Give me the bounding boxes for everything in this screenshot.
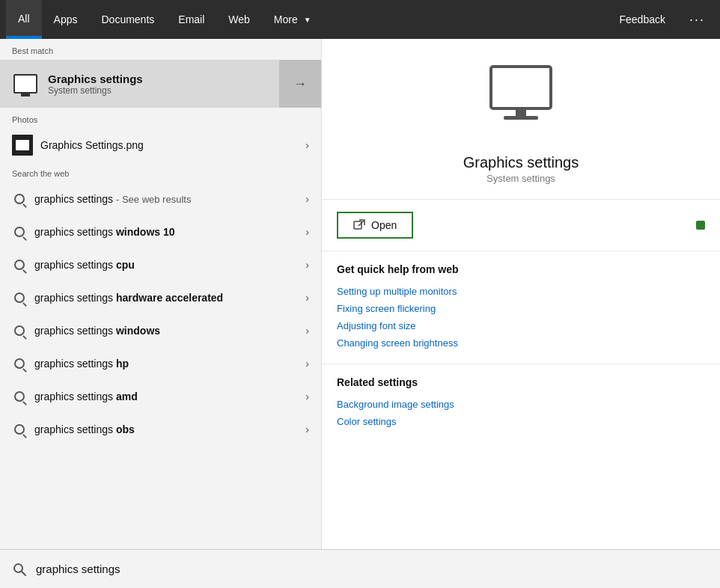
related-link-0[interactable]: Background image settings	[337, 396, 705, 413]
web-item-label-0: graphics settings - See web results	[27, 193, 305, 205]
web-item-0[interactable]: graphics settings - See web results ›	[0, 183, 321, 215]
web-item-2[interactable]: graphics settings cpu ›	[0, 248, 321, 281]
search-icon-3	[12, 290, 27, 305]
tab-all[interactable]: All	[6, 0, 42, 39]
photos-label: Photos	[0, 108, 321, 129]
search-icon-4	[12, 323, 27, 338]
photos-item[interactable]: Graphics Settings.png ›	[0, 129, 321, 162]
best-match-item[interactable]: Graphics settings System settings →	[0, 60, 321, 108]
right-panel: Graphics settings System settings Open G…	[322, 39, 720, 549]
web-item-arrow-5: ›	[305, 358, 309, 370]
web-item-3[interactable]: graphics settings hardware accelerated ›	[0, 281, 321, 314]
monitor-icon-large	[487, 65, 555, 125]
best-match-arrow[interactable]: →	[279, 60, 321, 108]
search-icon-2	[12, 257, 27, 272]
web-item-label-4: graphics settings windows	[27, 325, 305, 337]
best-match-label: Best match	[0, 39, 321, 60]
open-icon	[353, 219, 365, 231]
web-item-7[interactable]: graphics settings obs ›	[0, 413, 321, 446]
detail-subtitle: System settings	[486, 173, 555, 184]
web-item-label-1: graphics settings windows 10	[27, 226, 305, 238]
monitor-icon-small	[13, 74, 37, 94]
tab-email[interactable]: Email	[166, 0, 216, 39]
search-input[interactable]	[36, 563, 708, 575]
photo-thumb	[12, 135, 33, 156]
feedback-button[interactable]: Feedback	[608, 0, 677, 39]
web-section-label: Search the web	[0, 162, 321, 183]
help-link-2[interactable]: Adjusting font size	[337, 317, 705, 334]
related-settings-title: Related settings	[337, 376, 705, 388]
left-panel: Best match Graphics settings System sett…	[0, 39, 322, 549]
nav-right: Feedback ···	[608, 0, 721, 39]
web-item-5[interactable]: graphics settings hp ›	[0, 347, 321, 380]
search-icon-0	[12, 192, 27, 206]
web-item-1[interactable]: graphics settings windows 10 ›	[0, 215, 321, 248]
svg-rect-0	[491, 67, 551, 108]
web-item-label-5: graphics settings hp	[27, 358, 305, 370]
open-btn-area: Open	[322, 200, 720, 251]
quick-help-section: Get quick help from web Setting up multi…	[322, 251, 720, 358]
green-indicator	[696, 221, 705, 230]
detail-title: Graphics settings	[463, 154, 579, 171]
web-item-label-2: graphics settings cpu	[27, 259, 305, 271]
search-bar-icon	[12, 562, 27, 577]
svg-line-6	[22, 571, 26, 575]
tab-more[interactable]: More ▼	[262, 0, 323, 39]
web-item-4[interactable]: graphics settings windows ›	[0, 314, 321, 347]
web-item-arrow-7: ›	[305, 423, 309, 435]
main-content: Best match Graphics settings System sett…	[0, 39, 720, 549]
web-item-arrow-0: ›	[305, 193, 309, 205]
web-item-arrow-1: ›	[305, 226, 309, 238]
help-link-1[interactable]: Fixing screen flickering	[337, 300, 705, 317]
web-item-label-6: graphics settings amd	[27, 391, 305, 402]
photos-item-arrow: ›	[305, 139, 309, 151]
tab-web[interactable]: Web	[216, 0, 262, 39]
web-item-arrow-4: ›	[305, 325, 309, 337]
open-button[interactable]: Open	[337, 212, 413, 239]
search-icon-6	[12, 389, 27, 404]
web-item-label-7: graphics settings obs	[27, 423, 305, 435]
web-item-label-3: graphics settings hardware accelerated	[27, 292, 305, 304]
more-options-button[interactable]: ···	[680, 0, 714, 39]
search-bar	[0, 549, 720, 588]
web-item-arrow-6: ›	[305, 391, 309, 402]
svg-rect-3	[354, 221, 361, 229]
top-nav: All Apps Documents Email Web More ▼ Feed…	[0, 0, 720, 39]
quick-help-title: Get quick help from web	[337, 263, 705, 275]
detail-header: Graphics settings System settings	[322, 39, 720, 200]
svg-rect-2	[504, 116, 538, 120]
related-settings-section: Related settings Background image settin…	[322, 364, 720, 436]
search-icon-1	[12, 224, 27, 239]
tab-documents[interactable]: Documents	[89, 0, 166, 39]
search-icon-5	[12, 356, 27, 371]
web-item-arrow-2: ›	[305, 259, 309, 271]
help-link-3[interactable]: Changing screen brightness	[337, 334, 705, 352]
related-link-1[interactable]: Color settings	[337, 413, 705, 430]
photos-item-label: Graphics Settings.png	[33, 139, 305, 151]
web-item-arrow-3: ›	[305, 292, 309, 304]
web-item-6[interactable]: graphics settings amd ›	[0, 380, 321, 413]
help-link-0[interactable]: Setting up multiple monitors	[337, 283, 705, 300]
best-match-icon	[9, 67, 42, 100]
tab-apps[interactable]: Apps	[42, 0, 90, 39]
search-icon-7	[12, 422, 27, 437]
